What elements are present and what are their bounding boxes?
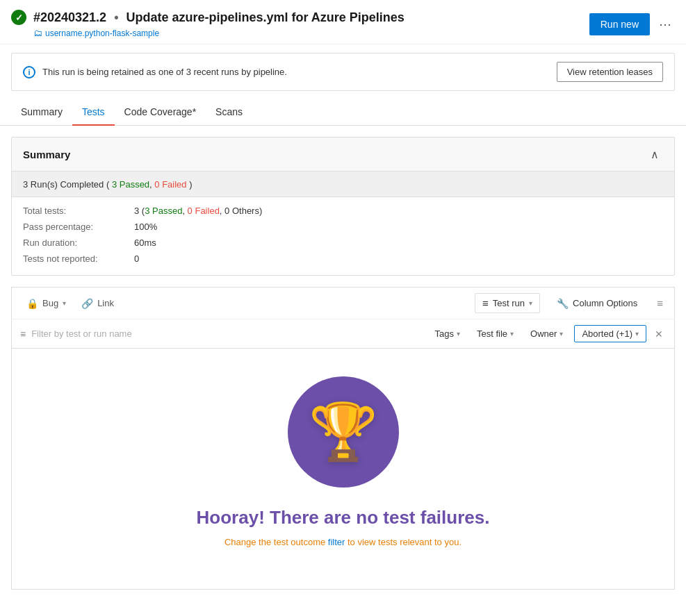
header-left: #20240321.2 • Update azure-pipelines.yml… (11, 10, 405, 38)
stat-label-pass-pct: Pass percentage: (23, 222, 134, 232)
column-options-label: Column Options (573, 298, 637, 308)
tags-dropdown[interactable]: Tags ▾ (430, 326, 466, 342)
test-run-label: Test run (493, 298, 525, 308)
column-options-button[interactable]: 🔧 Column Options (551, 294, 643, 313)
tabs-bar: Summary Tests Code Coverage* Scans (0, 99, 686, 126)
page-title: #20240321.2 • Update azure-pipelines.yml… (33, 10, 405, 25)
owner-label: Owner (530, 328, 557, 339)
link-icon: 🔗 (81, 298, 93, 309)
link-label: Link (97, 298, 114, 308)
failed-count: 0 Failed (154, 179, 186, 190)
filter-bar: ≡ Tags ▾ Test file ▾ Owner ▾ Aborted (+1… (11, 319, 675, 349)
stats-grid: Total tests: 3 (3 Passed, 0 Failed, 0 Ot… (12, 197, 674, 275)
clear-filter-button[interactable]: ✕ (652, 326, 666, 342)
tags-label: Tags (435, 328, 454, 339)
success-icon (11, 10, 26, 25)
stat-label-duration: Run duration: (23, 238, 134, 248)
lock-icon: 🔒 (26, 298, 38, 309)
trophy-illustration: 🏆 (288, 376, 399, 488)
run-new-button[interactable]: Run new (589, 13, 650, 35)
owner-dropdown[interactable]: Owner ▾ (525, 326, 569, 342)
bug-button[interactable]: 🔒 Bug ▾ (20, 294, 72, 313)
tab-scans[interactable]: Scans (206, 99, 252, 126)
view-retention-button[interactable]: View retention leases (557, 62, 663, 82)
trophy-icon: 🏆 (309, 404, 378, 460)
owner-chevron-icon: ▾ (560, 330, 563, 338)
stat-value-total-tests: 3 (3 Passed, 0 Failed, 0 Others) (134, 206, 262, 216)
stat-value-not-reported: 0 (134, 253, 139, 264)
link-button[interactable]: 🔗 Link (75, 294, 120, 313)
bug-chevron-icon: ▾ (63, 299, 66, 307)
filter-input[interactable] (31, 328, 170, 339)
stat-label-not-reported: Tests not reported: (23, 253, 134, 264)
test-file-label: Test file (477, 328, 507, 339)
filter-link[interactable]: filter (328, 537, 345, 547)
tab-summary[interactable]: Summary (11, 99, 72, 126)
group-by-icon[interactable]: ≡ (654, 294, 666, 312)
toolbar-left: 🔒 Bug ▾ 🔗 Link (20, 294, 120, 313)
banner-text: This run is being retained as one of 3 r… (42, 67, 287, 77)
pipeline-link[interactable]: 🗂 username.python-flask-sample (11, 28, 405, 38)
header-title: #20240321.2 • Update azure-pipelines.yml… (11, 10, 405, 25)
toolbar-right: ≡ Test run ▾ 🔧 Column Options ≡ (475, 293, 666, 313)
tab-code-coverage[interactable]: Code Coverage* (115, 99, 206, 126)
banner-left: i This run is being retained as one of 3… (23, 66, 287, 78)
more-options-button[interactable]: ⋯ (655, 15, 675, 34)
info-icon: i (23, 66, 35, 78)
summary-section: Summary ∧ 3 Run(s) Completed ( 3 Passed,… (11, 137, 675, 276)
retention-banner: i This run is being retained as one of 3… (11, 53, 675, 91)
page-header: #20240321.2 • Update azure-pipelines.yml… (0, 0, 686, 44)
empty-state-container: 🏆 Hooray! There are no test failures. Ch… (11, 349, 675, 590)
wrench-icon: 🔧 (557, 298, 569, 309)
header-right: Run new ⋯ (589, 13, 675, 35)
passed-count: 3 Passed (112, 179, 149, 190)
test-toolbar: 🔒 Bug ▾ 🔗 Link ≡ Test run ▾ 🔧 Column Opt… (11, 287, 675, 319)
aborted-label: Aborted (+1) (582, 328, 632, 339)
empty-state-sub-text: Change the test outcome filter to view t… (224, 537, 462, 547)
summary-section-header: Summary ∧ (12, 138, 674, 172)
aborted-filter-badge[interactable]: Aborted (+1) ▾ (574, 325, 646, 342)
collapse-button[interactable]: ∧ (646, 146, 663, 163)
test-run-chevron-icon: ▾ (529, 299, 532, 307)
stat-row-total-tests: Total tests: 3 (3 Passed, 0 Failed, 0 Ot… (23, 206, 663, 216)
summary-section-title: Summary (23, 149, 70, 160)
stat-value-pass-pct: 100% (134, 222, 157, 232)
test-run-button[interactable]: ≡ Test run ▾ (475, 293, 540, 313)
stat-row-pass-pct: Pass percentage: 100% (23, 222, 663, 232)
filter-icon: ≡ (20, 328, 26, 340)
bug-label: Bug (42, 298, 58, 308)
filter-left: ≡ (20, 328, 170, 340)
folder-icon: 🗂 (33, 28, 42, 38)
tags-chevron-icon: ▾ (457, 330, 460, 338)
runs-completed-text: 3 Run(s) Completed ( 3 Passed, 0 Failed … (23, 179, 193, 190)
pipeline-title: Update azure-pipelines.yml for Azure Pip… (126, 10, 404, 24)
runs-completed-bar: 3 Run(s) Completed ( 3 Passed, 0 Failed … (12, 172, 674, 197)
separator: • (114, 10, 118, 24)
test-file-dropdown[interactable]: Test file ▾ (471, 326, 519, 342)
stat-value-duration: 60ms (134, 238, 156, 248)
run-id: #20240321.2 (33, 10, 106, 24)
test-file-chevron-icon: ▾ (510, 330, 514, 338)
filter-right: Tags ▾ Test file ▾ Owner ▾ Aborted (+1) … (430, 325, 666, 342)
list-icon: ≡ (482, 297, 489, 309)
stat-row-not-reported: Tests not reported: 0 (23, 253, 663, 264)
pipeline-link-text: username.python-flask-sample (45, 28, 159, 38)
stat-row-duration: Run duration: 60ms (23, 238, 663, 248)
stat-label-total-tests: Total tests: (23, 206, 134, 216)
tab-tests[interactable]: Tests (72, 99, 115, 126)
empty-state-heading: Hooray! There are no test failures. (197, 507, 490, 528)
aborted-chevron-icon: ▾ (635, 330, 639, 338)
